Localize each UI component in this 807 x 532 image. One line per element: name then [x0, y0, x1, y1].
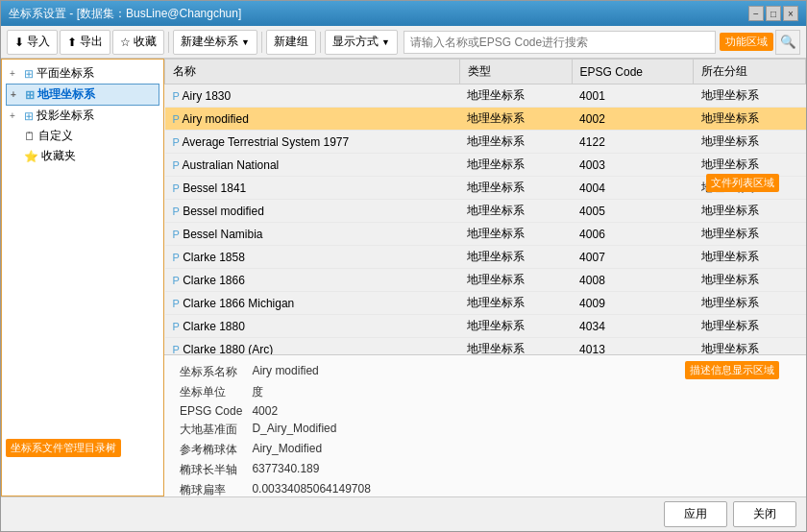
table-row[interactable]: P Clarke 1880 (Arc) 地理坐标系 4013 地理坐标系 [165, 338, 806, 355]
cell-name: P Clarke 1858 [165, 246, 460, 269]
main-window: 坐标系设置 - [数据集：BusLine@Changchun] − □ × ⬇ … [0, 0, 807, 532]
row-icon: P [173, 90, 180, 102]
row-icon: P [173, 182, 180, 194]
col-header-group: 所在分组 [694, 60, 806, 85]
desc-key: 参考椭球体 [176, 441, 246, 459]
desc-key: 椭球长半轴 [176, 461, 246, 479]
close-button[interactable]: × [783, 6, 798, 21]
table-row[interactable]: P Airy modified 地理坐标系 4002 地理坐标系 [165, 108, 806, 131]
separator-1 [168, 32, 169, 53]
cell-group: 地理坐标系 [694, 131, 806, 154]
new-crs-label: 新建坐标系 [181, 34, 238, 50]
table-header-row: 名称 类型 EPSG Code 所在分组 [165, 60, 806, 85]
desc-panel: 描述信息显示区域 坐标系名称 Airy modified 坐标单位 度 EPSG… [164, 354, 806, 496]
toolbar: ⬇ 导入 ⬆ 导出 ☆ 收藏 新建坐标系 ▼ 新建组 显示方式 ▼ 功能区域 [1, 26, 806, 59]
export-label: 导出 [80, 34, 103, 50]
tree-item-planar[interactable]: + ⊞ 平面坐标系 [6, 63, 159, 84]
cell-type: 地理坐标系 [459, 108, 572, 131]
table-row[interactable]: P Clarke 1880 地理坐标系 4034 地理坐标系 [165, 315, 806, 338]
tree-item-favorites[interactable]: ⭐ 收藏夹 [6, 146, 159, 166]
tree-item-custom[interactable]: 🗒 自定义 [6, 126, 159, 146]
cell-name: P Bessel Namibia [165, 223, 460, 246]
table-row[interactable]: P Airy 1830 地理坐标系 4001 地理坐标系 [165, 85, 806, 108]
desc-val: D_Airy_Modified [248, 421, 374, 439]
table-scroll[interactable]: 名称 类型 EPSG Code 所在分组 P Airy 1830 地理坐标系 4… [164, 59, 806, 354]
cell-name: P Airy 1830 [165, 85, 460, 108]
cell-type: 地理坐标系 [459, 292, 572, 315]
cell-epsg: 4003 [572, 154, 694, 177]
cell-epsg: 4004 [572, 177, 694, 200]
cell-name: P Clarke 1866 [165, 269, 460, 292]
new-group-button[interactable]: 新建组 [266, 30, 316, 55]
table-row[interactable]: P Bessel modified 地理坐标系 4005 地理坐标系 [165, 200, 806, 223]
desc-panel-label: 描述信息显示区域 [685, 361, 779, 379]
left-panel: + ⊞ 平面坐标系 + ⊞ 地理坐标系 + ⊞ 投影坐标系 🗒 自定义 [1, 59, 164, 496]
separator-2 [261, 32, 262, 53]
desc-key: 坐标单位 [176, 383, 246, 401]
desc-row: EPSG Code 4002 [176, 403, 375, 419]
desc-row: 参考椭球体 Airy_Modified [176, 441, 375, 459]
table-body: P Airy 1830 地理坐标系 4001 地理坐标系 P Airy modi… [165, 85, 806, 355]
cell-group: 地理坐标系 [694, 154, 806, 177]
desc-key: 大地基准面 [176, 421, 246, 439]
expand-icon-geo: + [11, 89, 22, 100]
cell-group: 地理坐标系 [694, 246, 806, 269]
row-icon: P [173, 206, 180, 217]
search-button[interactable]: 🔍 [775, 30, 800, 55]
desc-table: 坐标系名称 Airy modified 坐标单位 度 EPSG Code 400… [174, 361, 377, 496]
cell-group: 地理坐标系 [694, 315, 806, 338]
display-label: 显示方式 [332, 34, 379, 50]
desc-val: 度 [248, 383, 374, 401]
tree-label-custom: 自定义 [38, 128, 73, 144]
table-row[interactable]: P Clarke 1866 Michigan 地理坐标系 4009 地理坐标系 [165, 292, 806, 315]
desc-val: Airy_Modified [248, 441, 374, 459]
table-row[interactable]: P Australian National 地理坐标系 4003 地理坐标系 [165, 154, 806, 177]
cell-epsg: 4008 [572, 269, 694, 292]
close-button-bottom[interactable]: 关闭 [733, 501, 796, 527]
display-dropdown-icon: ▼ [381, 37, 390, 47]
cell-epsg: 4006 [572, 223, 694, 246]
cell-epsg: 4002 [572, 108, 694, 131]
table-row[interactable]: P Clarke 1866 地理坐标系 4008 地理坐标系 [165, 269, 806, 292]
import-label: 导入 [27, 34, 50, 50]
col-header-name: 名称 [165, 60, 460, 85]
display-button[interactable]: 显示方式 ▼ [325, 30, 398, 55]
cell-type: 地理坐标系 [459, 269, 572, 292]
tree-icon-proj: ⊞ [24, 109, 34, 123]
cell-type: 地理坐标系 [459, 200, 572, 223]
apply-button[interactable]: 应用 [664, 501, 727, 527]
tree-item-geographic[interactable]: + ⊞ 地理坐标系 [6, 84, 159, 106]
cell-epsg: 4007 [572, 246, 694, 269]
desc-row: 椭球长半轴 6377340.189 [176, 461, 375, 479]
tree-label-favorites: 收藏夹 [41, 148, 76, 164]
cell-group: 地理坐标系 [694, 223, 806, 246]
cell-group: 地理坐标系 [694, 338, 806, 355]
cell-epsg: 4001 [572, 85, 694, 108]
desc-val: 4002 [248, 403, 374, 419]
cell-group: 地理坐标系 [694, 200, 806, 223]
desc-val: 6377340.189 [248, 461, 374, 479]
desc-key: 椭球扁率 [176, 481, 246, 496]
search-area: 功能区域 🔍 [404, 30, 800, 55]
table-row[interactable]: P Average Terrestrial System 1977 地理坐标系 … [165, 131, 806, 154]
search-input[interactable] [404, 31, 716, 54]
cell-name: P Average Terrestrial System 1977 [165, 131, 460, 154]
maximize-button[interactable]: □ [766, 6, 781, 21]
left-panel-label: 坐标系文件管理目录树 [6, 439, 121, 457]
export-button[interactable]: ⬆ 导出 [60, 30, 110, 55]
expand-icon: + [10, 68, 21, 79]
cell-type: 地理坐标系 [459, 223, 572, 246]
collect-button[interactable]: ☆ 收藏 [112, 30, 164, 55]
import-button[interactable]: ⬇ 导入 [7, 30, 58, 55]
right-panel: 文件列表区域 名称 类型 EPSG Code 所在分组 [164, 59, 806, 496]
row-icon: P [173, 136, 180, 148]
table-row[interactable]: P Bessel Namibia 地理坐标系 4006 地理坐标系 [165, 223, 806, 246]
new-group-label: 新建组 [274, 34, 308, 50]
tree-item-projection[interactable]: + ⊞ 投影坐标系 [6, 106, 159, 126]
cell-epsg: 4122 [572, 131, 694, 154]
title-controls: − □ × [748, 6, 798, 21]
crs-table: 名称 类型 EPSG Code 所在分组 P Airy 1830 地理坐标系 4… [164, 59, 806, 354]
table-row[interactable]: P Clarke 1858 地理坐标系 4007 地理坐标系 [165, 246, 806, 269]
minimize-button[interactable]: − [748, 6, 764, 21]
new-crs-button[interactable]: 新建坐标系 ▼ [173, 30, 257, 55]
